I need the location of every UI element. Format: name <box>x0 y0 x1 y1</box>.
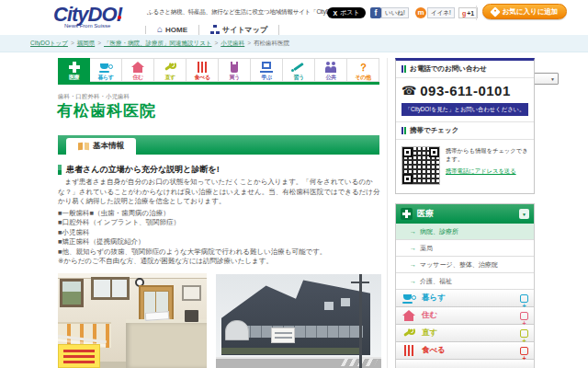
sidebar-item-medical[interactable]: 医療 <box>396 204 534 224</box>
clinic-exterior-photo <box>216 274 381 368</box>
sidebar-item-living[interactable]: 暮らす <box>396 290 534 307</box>
tab-basic-info-label: 基本情報 <box>93 141 124 152</box>
citydo-logo[interactable]: CityDO! News From Suisse <box>53 4 122 29</box>
tab-living[interactable]: 暮らす <box>90 58 122 82</box>
citydo-page: CityDO! News From Suisse ふるさと納税、特産品、旅行など… <box>0 0 588 368</box>
tab-medical[interactable]: 医療 <box>58 58 90 82</box>
x-icon: X <box>333 10 337 17</box>
facebook-like-button[interactable]: f いいね! <box>370 7 409 18</box>
facebook-like-label: いいね! <box>381 7 409 18</box>
sitemap-icon <box>210 25 220 34</box>
tab-label: 直す <box>154 74 186 82</box>
sidebar-item-hospitals[interactable]: 病院、診療所 <box>396 224 534 240</box>
sidebar-medical-label: 医療 <box>417 208 434 220</box>
counter-device <box>185 310 198 322</box>
breadcrumb-link-pref[interactable]: 福岡県 <box>77 40 104 46</box>
sidebar-item-eating[interactable]: 食べる <box>396 342 534 360</box>
sidebar-item-massage[interactable]: マッサージ、整体、治療院 <box>396 257 534 273</box>
add-favorite-button[interactable]: お気に入りに追加 <box>482 4 567 19</box>
tab-shopping[interactable]: 買う <box>219 58 251 82</box>
header-nav: HOME サイトマップ <box>145 24 279 35</box>
house-icon <box>130 62 145 73</box>
google-plusone-label: +1 <box>467 10 474 17</box>
sidebar-category-menu: 医療 病院、診療所 薬局 マッサージ、整体、治療院 介護、福祉 暮らす 住む 直… <box>395 203 535 368</box>
mobile-check-section: 携帯からも情報をチェックできます。 携帯電話にアドレスを送る <box>396 140 534 193</box>
sidebar-item-housing[interactable]: 住む <box>396 307 534 325</box>
sidebar-item-next-cropped <box>396 360 534 368</box>
tag-icon <box>490 6 500 17</box>
category-tab-bar: 医療 暮らす 住む 直す 食べる 買う 学ぶ 習う <box>58 58 379 82</box>
mixi-check-button[interactable]: m イイネ! <box>415 7 455 18</box>
add-favorite-label: お気に入りに追加 <box>503 7 559 17</box>
counter-papers <box>145 311 170 321</box>
breadcrumb-link-list[interactable]: 「医療・病院、診療所」関連施設リスト <box>104 40 220 46</box>
tab-public[interactable]: 公共 <box>315 58 347 82</box>
tab-label: 医療 <box>59 74 89 82</box>
tab-learning[interactable]: 学ぶ <box>251 58 283 82</box>
tab-label: 暮らす <box>90 74 121 82</box>
site-description: ふるさと納税、特産品、旅行など生活に役立つ地域情報サイト「CityDO!」 <box>147 8 342 17</box>
pencil-icon <box>291 62 306 73</box>
mobile-check-header: 携帯でチェック <box>396 121 534 140</box>
sidebar-item-carewelfare[interactable]: 介護、福祉 <box>396 273 534 290</box>
section-heading-text: 患者さんの立場から充分な説明と診断を! <box>66 164 220 176</box>
tab-lessons[interactable]: 習う <box>283 58 315 82</box>
expand-button[interactable] <box>520 312 528 320</box>
people-icon <box>323 62 338 73</box>
collapse-button[interactable] <box>519 209 529 219</box>
expand-button[interactable] <box>520 347 528 355</box>
service-item: ■一般歯科■（虫歯・歯周病の治療） <box>58 209 381 219</box>
section-heading: 患者さんの立場から充分な説明と診断を! <box>58 164 220 176</box>
tab-other[interactable]: その他 <box>347 58 379 82</box>
nav-home[interactable]: HOME <box>145 26 198 34</box>
sidebar-living-label: 暮らす <box>422 293 446 304</box>
medical-cross-icon <box>67 62 82 73</box>
google-icon: g <box>462 10 466 17</box>
shrubs <box>221 348 359 354</box>
entrance-canopy <box>225 320 249 340</box>
x-post-label: ポスト <box>340 8 360 17</box>
service-item: ■小児歯科 <box>58 228 381 238</box>
vest-icon <box>227 62 242 73</box>
wrench-icon <box>163 62 177 73</box>
phone-number: 093-611-0101 <box>420 83 511 98</box>
sidebar-item-repair[interactable]: 直す <box>396 325 534 342</box>
send-address-link[interactable]: 携帯電話にアドレスを送る <box>446 167 516 175</box>
page-title: 有松歯科医院 <box>57 100 156 121</box>
mobile-check-header-label: 携帯でチェック <box>410 126 458 135</box>
expand-button[interactable] <box>520 294 528 303</box>
wrench-icon <box>401 328 416 339</box>
interior-window-center <box>91 277 130 300</box>
tab-basic-info[interactable]: 基本情報 <box>66 138 136 155</box>
mobile-text: 携帯からも情報をチェックできます。 <box>446 147 528 162</box>
tab-repair[interactable]: 直す <box>154 58 187 82</box>
nav-sitemap-label: サイトマップ <box>222 25 267 35</box>
mixi-check-label: イイネ! <box>427 7 455 18</box>
sidebar-eating-label: 食べる <box>422 345 446 356</box>
tab-eating[interactable]: 食べる <box>187 58 219 82</box>
framed-picture <box>182 285 201 301</box>
expand-button[interactable] <box>520 329 528 338</box>
x-post-button[interactable]: X ポスト <box>327 7 366 18</box>
phone-contact-box: お電話でのお問い合わせ ☎ 093-611-0101 「CityDO!を見た」と… <box>395 58 535 194</box>
header-marker-icon <box>401 65 403 73</box>
breadcrumb-link-category[interactable]: 小児歯科 <box>220 40 254 46</box>
clinic-description: まず患者さま自身が自分のお口の状態を知っていただくことから入ります。「何をされて… <box>58 178 381 267</box>
tab-underline <box>58 82 379 85</box>
utility-pole-arm <box>351 282 369 283</box>
upper-window <box>341 298 350 306</box>
mixi-icon: m <box>415 7 426 18</box>
breadcrumb-link-top[interactable]: CityDOトップ <box>30 40 77 46</box>
teacup-icon <box>98 62 113 73</box>
phone-number-row: ☎ 093-611-0101 <box>396 78 534 101</box>
nav-sitemap[interactable]: サイトマップ <box>198 25 279 35</box>
breadcrumb-bar: CityDOトップ福岡県「医療・病院、診療所」関連施設リスト小児歯科有松歯科医院… <box>0 35 588 52</box>
tab-housing[interactable]: 住む <box>122 58 154 82</box>
sidebar-item-pharmacy[interactable]: 薬局 <box>396 240 534 257</box>
teacup-icon <box>401 293 416 304</box>
utility-pole <box>359 274 362 368</box>
header-separator <box>476 6 477 20</box>
yellow-notice-sign <box>58 344 100 368</box>
info-tab-strip: 基本情報 <box>58 135 379 155</box>
phone-icon: ☎ <box>401 85 416 97</box>
